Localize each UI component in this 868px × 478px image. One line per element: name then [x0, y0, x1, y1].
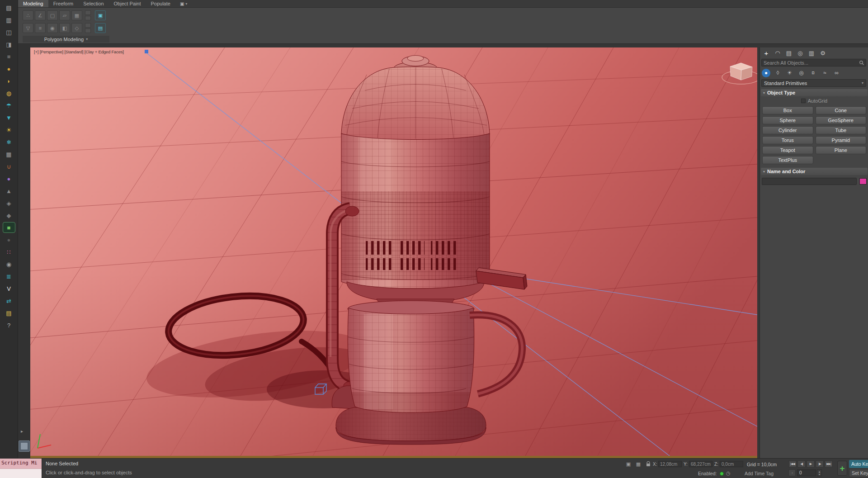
isolate-mode-icon[interactable]: ■ — [3, 222, 15, 232]
preview-subobjects-button[interactable]: ◇ — [71, 23, 82, 33]
cone-tool-icon[interactable]: ▲ — [3, 186, 15, 196]
tab-freeform[interactable]: Freeform — [48, 0, 79, 7]
geometry-category[interactable]: ● — [762, 69, 770, 77]
edit-poly-mode-button[interactable]: ▣ — [95, 10, 106, 20]
ribbon-mini-button[interactable] — [85, 28, 91, 33]
compound-tool-icon[interactable]: ◆ — [3, 210, 15, 220]
add-time-tag[interactable]: Add Time Tag — [745, 471, 774, 476]
auto-key-button[interactable]: Auto Key — [849, 460, 868, 468]
hierarchy-tab[interactable]: ▤ — [783, 48, 794, 57]
object-name-input[interactable] — [762, 178, 857, 185]
cameras-category[interactable]: ◎ — [797, 69, 806, 77]
border-mode-button[interactable]: ▢ — [47, 10, 58, 20]
modify-tab[interactable]: ◠ — [772, 48, 783, 57]
motion-tab[interactable]: ◎ — [795, 48, 806, 57]
z-coord-field[interactable] — [720, 461, 743, 467]
swap-arrows-icon[interactable]: ⇄ — [3, 296, 15, 306]
x-coord-field[interactable] — [658, 461, 682, 467]
viewport-layout-tab[interactable] — [19, 440, 30, 452]
create-key-button[interactable]: + — [837, 461, 847, 476]
lights-category[interactable]: ☀ — [785, 69, 794, 77]
polygon-modeling-panel-label[interactable]: Polygon Modeling ▾ — [23, 36, 109, 43]
viewport-label-menus[interactable]: [+] [Perspective] [Standard] [Clay + Edg… — [34, 49, 124, 54]
play-button[interactable]: ▶ — [807, 460, 815, 468]
search-input[interactable] — [762, 60, 859, 66]
object-type-rollout[interactable]: ▾ Object Type — [761, 89, 868, 96]
autogrid-checkbox[interactable] — [801, 99, 806, 103]
particles-icon[interactable]: ∷ — [3, 247, 15, 257]
create-tab[interactable]: + — [761, 48, 772, 57]
selection-lock-button[interactable] — [645, 461, 652, 467]
cone-button[interactable]: Cone — [816, 106, 867, 114]
effects-icon[interactable]: ▼ — [3, 113, 15, 123]
space-warps-category[interactable]: ≈ — [821, 69, 829, 77]
dark-sphere-icon[interactable]: ● — [3, 235, 15, 245]
use-soft-selection-button[interactable]: ◉ — [47, 23, 58, 33]
vray-toolbar-icon[interactable]: V — [3, 284, 15, 293]
set-key-button[interactable]: Set Key — [849, 469, 868, 477]
shapes-category[interactable]: ◊ — [774, 69, 782, 77]
viewport-scene[interactable] — [30, 47, 757, 456]
tab-selection[interactable]: Selection — [78, 0, 108, 7]
camera-tool-icon[interactable]: ◉ — [3, 259, 15, 269]
teapot-button[interactable]: Teapot — [762, 146, 813, 154]
tab-populate[interactable]: Populate — [146, 0, 175, 7]
helpers-category[interactable]: ¤ — [809, 69, 817, 77]
spinner-down-icon[interactable]: ▾ — [819, 473, 820, 476]
rendered-frame-icon[interactable]: ◍ — [3, 88, 15, 98]
shaded-faces-button[interactable]: ◧ — [59, 23, 70, 33]
collapse-stack-button[interactable]: ▤ — [95, 23, 106, 33]
snaps-toggle-button[interactable]: ▦ — [635, 461, 642, 467]
utilities-tab[interactable]: ⚙ — [817, 48, 828, 57]
notes-icon[interactable]: ▤ — [3, 308, 15, 318]
toolbar-dock-icon[interactable]: ◫ — [3, 27, 15, 37]
align-tool-icon[interactable]: ≡ — [3, 52, 15, 62]
ribbon-mini-button[interactable] — [85, 16, 91, 20]
isolate-selection-button[interactable]: ▣ — [625, 461, 632, 467]
shapes-tool-icon[interactable]: ◈ — [3, 198, 15, 208]
snowflake-icon[interactable]: ❄ — [3, 137, 15, 147]
pyramid-button[interactable]: Pyramid — [816, 136, 867, 144]
textplus-button[interactable]: TextPlus — [762, 156, 813, 164]
help-icon[interactable]: ? — [3, 320, 15, 330]
scene-explorer-icon[interactable]: ▤ — [3, 3, 15, 13]
layer-manager-icon[interactable]: ▥ — [3, 15, 15, 25]
ribbon-mini-button[interactable] — [85, 23, 91, 28]
next-frame-button[interactable]: |▶ — [816, 460, 824, 468]
element-mode-button[interactable]: ▦ — [71, 10, 82, 20]
pin-stack-button[interactable]: ▽ — [23, 23, 33, 33]
listener-script-row[interactable] — [0, 469, 42, 478]
tab-modeling[interactable]: Modeling — [18, 0, 48, 7]
expand-tray-arrow[interactable]: ▸ — [21, 429, 23, 434]
torus-button[interactable]: Torus — [762, 136, 813, 144]
polygon-mode-button[interactable]: ▱ — [59, 10, 70, 20]
maxscript-mini-listener[interactable]: Scripting Mi — [0, 459, 42, 478]
sphere-tool-icon[interactable]: ● — [3, 174, 15, 184]
grid-snap-icon[interactable]: ▦ — [3, 149, 15, 159]
current-frame-field[interactable] — [797, 469, 816, 476]
listener-macro-row[interactable]: Scripting Mi — [0, 459, 42, 469]
tab-object-paint[interactable]: Object Paint — [109, 0, 146, 7]
edge-mode-button[interactable]: ∠ — [35, 10, 46, 20]
go-to-end-button[interactable]: ▶▶| — [825, 460, 833, 468]
key-mode-toggle-button[interactable]: ◦ — [788, 469, 796, 476]
tube-button[interactable]: Tube — [816, 126, 867, 134]
viewport[interactable]: [+] [Perspective] [Standard] [Clay + Edg… — [30, 47, 757, 456]
frame-spinner[interactable]: ▴ ▾ — [817, 469, 822, 476]
show-end-result-button[interactable]: ≡ — [35, 23, 46, 33]
magnet-snap-icon[interactable]: ∪ — [3, 161, 15, 171]
material-editor-icon[interactable]: ● — [3, 64, 15, 74]
subcategory-dropdown[interactable]: Standard Primitives ▾ — [761, 79, 866, 87]
name-color-rollout[interactable]: ▾ Name and Color — [761, 168, 868, 175]
y-coord-field[interactable] — [689, 461, 712, 467]
display-tab[interactable]: ▥ — [806, 48, 817, 57]
render-setup-icon[interactable]: ◗ — [3, 76, 15, 86]
vertex-mode-button[interactable]: ∴ — [23, 10, 33, 20]
go-to-start-button[interactable]: |◀◀ — [788, 460, 797, 468]
mirror-tool-icon[interactable]: ◨ — [3, 39, 15, 49]
time-tag-clock-icon[interactable]: ◷ — [726, 470, 731, 476]
systems-category[interactable]: ∞ — [832, 69, 841, 77]
object-color-swatch[interactable] — [859, 178, 867, 185]
layers-icon[interactable]: ≣ — [3, 271, 15, 281]
sphere-button[interactable]: Sphere — [762, 116, 813, 124]
